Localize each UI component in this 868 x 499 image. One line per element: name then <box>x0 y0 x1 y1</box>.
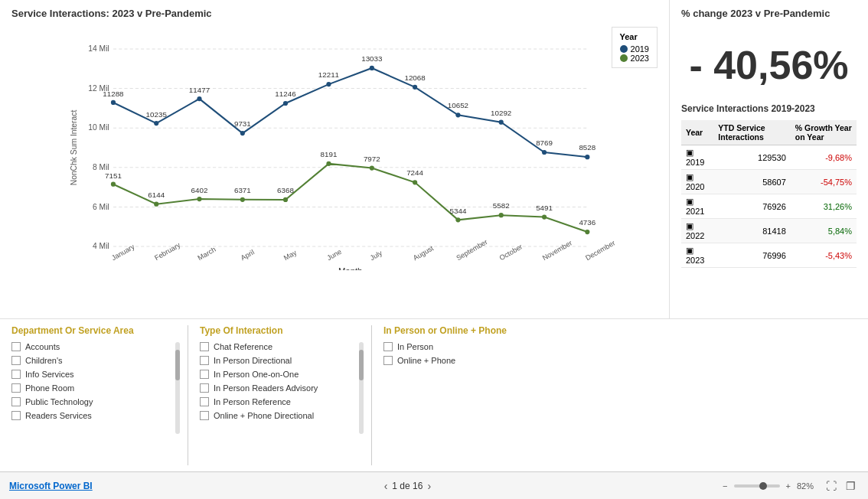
svg-text:5582: 5582 <box>493 201 510 210</box>
svg-point-15 <box>154 121 158 126</box>
svg-text:10292: 10292 <box>491 109 511 117</box>
next-page-arrow[interactable]: › <box>427 480 431 492</box>
svg-point-57 <box>542 214 547 219</box>
table-row: ▣ 2020 58607 -54,75% <box>681 170 857 194</box>
svg-text:12211: 12211 <box>318 70 339 79</box>
svg-point-45 <box>283 197 288 202</box>
svg-text:4736: 4736 <box>579 218 596 227</box>
svg-text:8 Mil: 8 Mil <box>93 163 109 171</box>
svg-text:October: October <box>498 243 524 262</box>
svg-point-33 <box>542 150 547 155</box>
filter-item[interactable]: Accounts <box>11 342 172 351</box>
zoom-plus[interactable]: + <box>786 481 791 491</box>
table-row: ▣ 2019 129530 -9,68% <box>681 145 857 170</box>
svg-text:March: March <box>196 246 217 263</box>
svg-text:5491: 5491 <box>536 204 553 212</box>
col-ytd: YTD Service Interactions <box>713 120 790 145</box>
svg-text:4 Mil: 4 Mil <box>93 242 109 250</box>
svg-text:May: May <box>282 249 298 263</box>
table-title: Service Interactions 2019-2023 <box>681 103 857 114</box>
dept-filter-title: Department Or Service Area <box>11 325 180 336</box>
filter-item[interactable]: In Person <box>383 342 650 351</box>
filter-item[interactable]: Online + Phone <box>383 356 650 365</box>
svg-text:7972: 7972 <box>364 155 380 163</box>
filter-item[interactable]: In Person One-on-One <box>200 370 356 379</box>
percent-change: - 40,56% <box>681 42 857 88</box>
svg-point-37 <box>111 182 116 187</box>
svg-text:July: July <box>369 249 384 262</box>
table-row: ▣ 2021 76926 31,26% <box>681 194 857 219</box>
line-chart: NonChk Sum Interact 4 Mil 6 Mil 8 Mil 10… <box>11 25 658 270</box>
filter-item[interactable]: Online + Phone Directional <box>200 411 356 420</box>
zoom-minus[interactable]: − <box>723 481 727 491</box>
svg-point-21 <box>283 101 288 106</box>
svg-point-23 <box>326 82 331 86</box>
powerbi-link[interactable]: Microsoft Power BI <box>9 481 93 491</box>
svg-point-13 <box>111 100 116 105</box>
chart-title: Service Interactions: 2023 v Pre-Pandemi… <box>11 8 658 19</box>
fullscreen-icon[interactable]: ⛶ <box>823 478 840 494</box>
svg-text:11288: 11288 <box>103 90 124 98</box>
svg-text:8528: 8528 <box>579 143 596 152</box>
filter-item[interactable]: Info Services <box>11 370 172 379</box>
filter-item[interactable]: Chat Reference <box>200 342 356 351</box>
filter-item[interactable]: In Person Readers Advisory <box>200 383 356 393</box>
svg-point-27 <box>413 85 417 90</box>
svg-point-35 <box>585 155 589 159</box>
svg-point-53 <box>455 217 460 222</box>
svg-point-29 <box>455 113 460 117</box>
svg-text:December: December <box>584 239 616 262</box>
svg-point-17 <box>197 96 201 101</box>
table-row: ▣ 2023 76996 -5,43% <box>681 243 857 268</box>
svg-text:13033: 13033 <box>361 54 383 63</box>
svg-text:September: September <box>455 238 488 262</box>
inperson-filter-title: In Person or Online + Phone <box>383 325 650 336</box>
svg-point-43 <box>240 197 245 202</box>
svg-text:7151: 7151 <box>105 171 122 180</box>
prev-page-arrow[interactable]: ‹ <box>384 480 388 492</box>
filter-item[interactable]: Public Technology <box>11 397 172 406</box>
svg-text:8769: 8769 <box>536 139 553 147</box>
page-indicator: 1 de 16 <box>392 481 423 491</box>
svg-point-39 <box>154 202 158 207</box>
svg-point-19 <box>240 131 245 135</box>
svg-point-51 <box>413 180 417 184</box>
svg-text:6402: 6402 <box>191 186 208 194</box>
col-growth: % Growth Year on Year <box>791 120 857 145</box>
filter-item[interactable]: Children's <box>11 356 172 365</box>
svg-text:8191: 8191 <box>321 150 338 158</box>
svg-text:10 Mil: 10 Mil <box>88 123 109 132</box>
table-row: ▣ 2022 81418 5,84% <box>681 219 857 243</box>
legend-title: Year <box>620 32 649 41</box>
col-year: Year <box>681 120 713 145</box>
filter-item[interactable]: Readers Services <box>11 411 172 420</box>
svg-text:January: January <box>110 243 136 262</box>
svg-point-59 <box>585 230 589 234</box>
svg-text:10652: 10652 <box>448 101 468 109</box>
type-filter-title: Type Of Interaction <box>200 325 364 336</box>
filter-item[interactable]: Phone Room <box>11 383 172 393</box>
filter-item[interactable]: In Person Reference <box>200 397 356 406</box>
svg-text:April: April <box>240 248 256 262</box>
svg-point-47 <box>326 161 331 166</box>
svg-text:November: November <box>541 239 573 262</box>
svg-text:7244: 7244 <box>406 168 423 177</box>
svg-text:6371: 6371 <box>234 186 251 194</box>
legend-2023: 2023 <box>620 54 649 63</box>
svg-text:Month: Month <box>338 266 363 270</box>
svg-point-25 <box>370 66 374 70</box>
svg-text:11477: 11477 <box>189 86 210 94</box>
svg-point-55 <box>499 213 504 217</box>
svg-text:February: February <box>153 241 181 262</box>
right-title: % change 2023 v Pre-Pandemic <box>681 8 857 19</box>
svg-text:5344: 5344 <box>450 207 467 215</box>
svg-text:6144: 6144 <box>148 191 165 199</box>
svg-text:11246: 11246 <box>275 90 296 98</box>
filter-item[interactable]: In Person Directional <box>200 356 356 365</box>
svg-text:9731: 9731 <box>234 119 251 128</box>
svg-text:12068: 12068 <box>404 73 426 82</box>
legend-2019: 2019 <box>620 44 649 54</box>
svg-point-31 <box>499 120 504 125</box>
svg-text:June: June <box>325 248 342 263</box>
expand-icon[interactable]: ❐ <box>843 478 859 494</box>
